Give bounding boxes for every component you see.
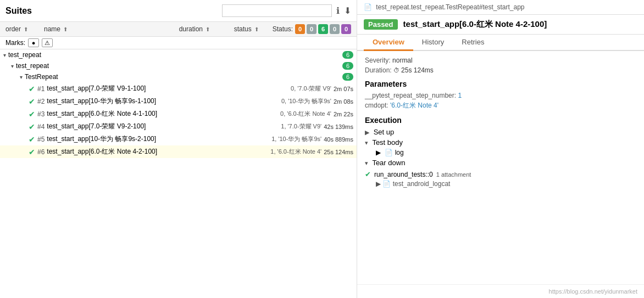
tree-label-8: test_start_app[10-华为 畅享9s-2-100] bbox=[47, 134, 267, 144]
teardown-arrow-icon: ▾ bbox=[365, 160, 368, 166]
teardown-sub-row[interactable]: ✔ run_around_tests::0 1 attachment bbox=[365, 170, 636, 178]
suites-title: Suites bbox=[5, 6, 32, 16]
tree-item-7[interactable]: ✔ #4 test_start_app[7.0-荣耀 V9-2-100] 1, … bbox=[0, 120, 357, 133]
badge-3: 0 bbox=[330, 24, 340, 34]
tab-history[interactable]: History bbox=[413, 35, 453, 51]
severity-row: Severity: normal bbox=[365, 57, 636, 64]
tree-item-1[interactable]: ▾ test_repeat 6 bbox=[0, 49, 357, 60]
item-num-6: #3 bbox=[37, 110, 45, 118]
right-title-row: Passed test_start_app[6.0-红米 Note 4-2-10… bbox=[357, 15, 644, 35]
setup-arrow-icon: ▶ bbox=[365, 129, 369, 136]
item-meta-6: 0, '6.0-红米 Note 4' bbox=[280, 110, 331, 118]
col-duration-header[interactable]: duration ⬆ bbox=[179, 25, 234, 33]
check-icon-7: ✔ bbox=[29, 122, 35, 131]
log-doc-icon: 📄 bbox=[385, 149, 395, 156]
tree-label-3: TestRepeat bbox=[25, 73, 342, 81]
tree-badge-1: 6 bbox=[342, 51, 353, 59]
item-duration-7: 42s 139ms bbox=[324, 123, 353, 130]
tree-label-6: test_start_app[6.0-红米 Note 4-1-100] bbox=[47, 109, 276, 119]
file-arrow-icon: ▶ bbox=[376, 180, 382, 188]
left-header: Suites ℹ ⬇ bbox=[0, 0, 357, 22]
item-duration-6: 2m 22s bbox=[334, 111, 353, 117]
breadcrumb: 📄 test_repeat.test_repeat.TestRepeat#tes… bbox=[357, 0, 644, 15]
param-row-2: cmdopt: '6.0-红米 Note 4' bbox=[365, 101, 636, 110]
tree-item-6[interactable]: ✔ #3 test_start_app[6.0-红米 Note 4-1-100]… bbox=[0, 108, 357, 120]
search-input[interactable] bbox=[222, 4, 332, 17]
duration-sort-icon: ⬆ bbox=[206, 26, 210, 32]
footer-url: https://blog.csdn.net/yidunmarket bbox=[357, 284, 644, 298]
tree-label-4: test_start_app[7.0-荣耀 V9-1-100] bbox=[47, 84, 286, 93]
tree-item-2[interactable]: ▾ test_repeat 6 bbox=[0, 60, 357, 71]
tabs-row: Overview History Retries bbox=[357, 35, 644, 51]
col-status-header[interactable]: status ⬆ bbox=[234, 25, 273, 33]
item-num-9: #6 bbox=[37, 148, 45, 156]
table-header: order ⬆ name ⬆ duration ⬆ status ⬆ Statu… bbox=[0, 22, 357, 37]
tree-item-4[interactable]: ✔ #1 test_start_app[7.0-荣耀 V9-1-100] 0, … bbox=[0, 82, 357, 95]
tree-item-3[interactable]: ▾ TestRepeat 6 bbox=[0, 71, 357, 82]
attachment-file[interactable]: ▶ 📄 test_android_logcat bbox=[376, 180, 636, 188]
item-duration-9: 25s 124ms bbox=[324, 149, 353, 155]
tree-label-5: test_start_app[10-华为 畅享9s-1-100] bbox=[47, 97, 277, 106]
item-meta-5: 0, '10-华为 畅享9s' bbox=[281, 97, 331, 105]
file-doc-icon: 📄 bbox=[382, 180, 392, 188]
params-title: Parameters bbox=[365, 80, 636, 88]
name-sort-icon: ⬆ bbox=[63, 26, 68, 32]
setup-item[interactable]: ▶ Set up bbox=[365, 128, 636, 136]
status-badges-area: Status: 0 0 6 0 0 bbox=[273, 24, 351, 34]
item-num-7: #4 bbox=[37, 123, 45, 131]
tree-area: ▾ test_repeat 6 ▾ test_repeat 6 ▾ TestRe… bbox=[0, 49, 357, 298]
badge-1: 0 bbox=[307, 24, 317, 34]
mark-warning-icon[interactable]: ⚠ bbox=[42, 38, 53, 47]
breadcrumb-icon: 📄 bbox=[364, 3, 372, 11]
item-num-8: #5 bbox=[37, 136, 45, 143]
tree-item-5[interactable]: ✔ #2 test_start_app[10-华为 畅享9s-1-100] 0,… bbox=[0, 95, 357, 108]
teardown-sub-label: run_around_tests::0 bbox=[374, 171, 433, 178]
tree-label-2: test_repeat bbox=[16, 62, 342, 70]
expand-icon-3: ▾ bbox=[20, 74, 23, 80]
right-content: Severity: normal Duration: ⏱ 25s 124ms P… bbox=[357, 51, 644, 284]
clock-icon: ⏱ bbox=[393, 67, 401, 74]
item-meta-4: 0, '7.0-荣耀 V9' bbox=[291, 85, 331, 93]
duration-label: Duration: bbox=[365, 66, 392, 74]
tab-retries[interactable]: Retries bbox=[453, 35, 493, 51]
status-badges: 0 0 6 0 0 bbox=[295, 24, 351, 34]
execution-title: Execution bbox=[365, 116, 636, 125]
param-value-1: 1 bbox=[458, 92, 462, 99]
test-title: test_start_app[6.0-红米 Note 4-2-100] bbox=[403, 19, 547, 30]
breadcrumb-text: test_repeat.test_repeat.TestRepeat#test_… bbox=[376, 3, 524, 11]
badge-2: 6 bbox=[318, 24, 328, 34]
check-icon-5: ✔ bbox=[29, 97, 35, 106]
tree-badge-2: 6 bbox=[342, 62, 353, 70]
file-label: test_android_logcat bbox=[393, 180, 451, 188]
testbody-item[interactable]: ▾ Test body bbox=[365, 138, 636, 147]
item-num-5: #2 bbox=[37, 98, 45, 105]
col-order-header[interactable]: order ⬆ bbox=[5, 25, 44, 33]
item-duration-8: 40s 889ms bbox=[324, 136, 353, 143]
tree-item-9[interactable]: ✔ #6 test_start_app[6.0-红米 Note 4-2-100]… bbox=[0, 145, 357, 158]
tree-label-7: test_start_app[7.0-荣耀 V9-2-100] bbox=[47, 122, 276, 131]
expand-icon-2: ▾ bbox=[11, 63, 14, 69]
check-icon-8: ✔ bbox=[29, 135, 35, 144]
marks-row: Marks: ● ⚠ bbox=[0, 37, 357, 49]
item-meta-7: 1, '7.0-荣耀 V9' bbox=[281, 122, 321, 131]
mark-circle-icon[interactable]: ● bbox=[28, 38, 39, 47]
right-panel: 📄 test_repeat.test_repeat.TestRepeat#tes… bbox=[357, 0, 644, 298]
tab-overview[interactable]: Overview bbox=[364, 35, 413, 51]
passed-badge: Passed bbox=[364, 19, 398, 30]
marks-label: Marks: bbox=[5, 39, 25, 47]
item-meta-8: 1, '10-华为 畅享9s' bbox=[271, 135, 321, 143]
severity-value: normal bbox=[392, 57, 413, 64]
status-label: Status: bbox=[273, 25, 293, 33]
tree-item-8[interactable]: ✔ #5 test_start_app[10-华为 畅享9s-2-100] 1,… bbox=[0, 133, 357, 145]
severity-label: Severity: bbox=[365, 57, 391, 64]
item-meta-9: 1, '6.0-红米 Note 4' bbox=[270, 148, 321, 156]
left-panel: Suites ℹ ⬇ order ⬆ name ⬆ duration ⬆ sta… bbox=[0, 0, 357, 298]
teardown-item[interactable]: ▾ Tear down bbox=[365, 159, 636, 167]
expand-icon-1: ▾ bbox=[3, 52, 6, 58]
tree-label-1: test_repeat bbox=[8, 51, 342, 59]
download-icon[interactable]: ⬇ bbox=[344, 5, 351, 16]
param-value-2: '6.0-红米 Note 4' bbox=[390, 102, 438, 109]
col-name-header[interactable]: name ⬆ bbox=[44, 25, 179, 33]
log-item[interactable]: ▶ 📄 log bbox=[376, 149, 636, 156]
info-icon[interactable]: ℹ bbox=[336, 5, 340, 16]
